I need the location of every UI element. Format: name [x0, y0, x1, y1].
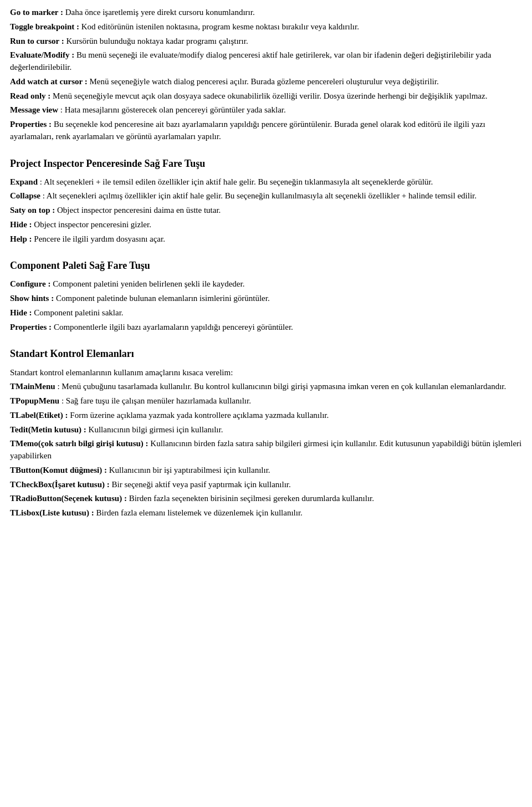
tbutton-para: TButton(Komut düğmesi) : Kullanıcının bi… [10, 464, 522, 477]
collapse-term: Collapse [10, 191, 40, 200]
add-watch-para: Add watch at cursor : Menü seçeneğiyle w… [10, 76, 522, 88]
properties-text: Bu seçenekle kod penceresine ait bazı ay… [10, 120, 485, 141]
tpopupmenu-text: : Sağ fare tuşu ile çalışan menüler hazı… [62, 396, 251, 405]
properties-term: Properties : [10, 120, 52, 129]
component-paleti-heading: Component Paleti Sağ Fare Tuşu [10, 258, 522, 273]
properties-cp-text: Componentlerle ilgili bazı ayarlamaların… [54, 323, 293, 331]
evaluate-modify-text: Bu menü seçeneği ile evaluate/modify dia… [10, 50, 491, 71]
run-to-cursor-text: Kursörün bulunduğu noktaya kadar program… [66, 37, 248, 45]
show-hints-text: Component paletinde bulunan elemanların … [56, 294, 270, 303]
tbutton-text: Kullanıcının bir işi yaptırabilmesi için… [109, 466, 270, 474]
tmainmenu-para: TMainMenu : Menü çubuğunu tasarlamada ku… [10, 381, 522, 393]
expand-para: Expand : Alt seçenekleri + ile temsil ed… [10, 176, 522, 188]
properties-para: Properties : Bu seçenekle kod penceresin… [10, 119, 522, 143]
hide-pi-term: Hide : [10, 220, 32, 229]
tradiobutton-term: TRadioButton(Seçenek kutusu) : [10, 494, 127, 503]
hide-pi-text: Object inspector penceresini gizler. [34, 220, 151, 229]
run-to-cursor-para: Run to cursor : Kursörün bulunduğu nokta… [10, 35, 522, 48]
collapse-para: Collapse : Alt seçenekleri açılmış özell… [10, 190, 522, 202]
hide-cp-term: Hide : [10, 308, 32, 317]
toggle-breakpoint-term: Toggle breakpoint : [10, 22, 79, 31]
tcheckbox-term: TCheckBox(İşaret kutusu) : [10, 480, 110, 489]
hide-pi-para: Hide : Object inspector penceresini gizl… [10, 219, 522, 231]
toggle-breakpoint-para: Toggle breakpoint : Kod editörünün isten… [10, 21, 522, 33]
hide-cp-para: Hide : Component paletini saklar. [10, 307, 522, 319]
help-term: Help : [10, 234, 32, 243]
show-hints-para: Show hints : Component paletinde bulunan… [10, 293, 522, 305]
tlisbox-para: TLisbox(Liste kutusu) : Birden fazla ele… [10, 507, 522, 519]
evaluate-modify-term: Evaluate/Modify : [10, 50, 74, 59]
saty-on-top-text: Object inspector penceresini daima en üs… [57, 206, 221, 214]
help-para: Help : Pencere ile ilgili yardım dosyası… [10, 233, 522, 246]
tlabel-text: Form üzerine açıklama yazmak yada kontro… [70, 411, 329, 420]
tedit-text: Kullanıcının bilgi girmesi için kullanıl… [89, 425, 223, 434]
intro-paragraphs: Go to marker : Daha önce işaretlemiş yer… [10, 7, 522, 143]
expand-term: Expand [10, 177, 38, 186]
show-hints-term: Show hints : [10, 294, 54, 303]
tmemo-term: TMemo(çok satırlı bilgi girişi kutusu) : [10, 439, 149, 448]
properties-cp-para: Properties : Componentlerle ilgili bazı … [10, 321, 522, 334]
tpopupmenu-term: TPopupMenu [10, 396, 59, 405]
message-view-text: : Hata mesajlarını gösterecek olan pence… [60, 105, 286, 114]
evaluate-modify-para: Evaluate/Modify : Bu menü seçeneği ile e… [10, 49, 522, 74]
message-view-para: Message view : Hata mesajlarını gösterec… [10, 104, 522, 116]
tradiobutton-para: TRadioButton(Seçenek kutusu) : Birden fa… [10, 493, 522, 505]
standart-kontrol-heading: Standart Kontrol Elemanları [10, 346, 522, 361]
project-inspector-heading: Project Inspector Penceresinde Sağ Fare … [10, 156, 522, 171]
tradiobutton-text: Birden fazla seçenekten birisinin seçilm… [129, 494, 374, 503]
go-to-marker-para: Go to marker : Daha önce işaretlemiş yer… [10, 7, 522, 19]
component-paleti-section: Component Paleti Sağ Fare Tuşu Configure… [10, 258, 522, 333]
add-watch-term: Add watch at cursor : [10, 77, 88, 86]
configure-para: Configure : Component paletini yeniden b… [10, 278, 522, 290]
saty-on-top-para: Saty on top : Object inspector penceresi… [10, 205, 522, 217]
tlabel-term: TLabel(Etiket) : [10, 411, 68, 420]
project-inspector-section: Project Inspector Penceresinde Sağ Fare … [10, 156, 522, 246]
tlisbox-term: TLisbox(Liste kutusu) : [10, 508, 94, 517]
tlabel-para: TLabel(Etiket) : Form üzerine açıklama y… [10, 410, 522, 422]
tmainmenu-text: : Menü çubuğunu tasarlamada kullanılır. … [57, 382, 506, 391]
saty-on-top-term: Saty on top : [10, 206, 55, 214]
tmainmenu-term: TMainMenu [10, 382, 55, 391]
main-content: Go to marker : Daha önce işaretlemiş yer… [10, 7, 522, 519]
tlisbox-text: Birden fazla elemanı listelemek ve düzen… [96, 508, 302, 517]
tedit-para: Tedit(Metin kutusu) : Kullanıcının bilgi… [10, 424, 522, 436]
go-to-marker-term: Go to marker : [10, 8, 63, 17]
read-only-term: Read only : [10, 91, 50, 100]
tcheckbox-para: TCheckBox(İşaret kutusu) : Bir seçeneği … [10, 479, 522, 491]
add-watch-text: Menü seçeneğiyle watch dialog penceresi … [89, 77, 438, 86]
help-text: Pencere ile ilgili yardım dosyasını açar… [34, 234, 165, 243]
standart-kontrol-section: Standart Kontrol Elemanları Standart kon… [10, 346, 522, 519]
configure-text: Component paletini yeniden belirlenen şe… [53, 279, 244, 288]
tedit-term: Tedit(Metin kutusu) : [10, 425, 86, 434]
configure-term: Configure : [10, 279, 50, 288]
read-only-para: Read only : Menü seçeneğiyle mevcut açık… [10, 90, 522, 103]
message-view-term: Message view [10, 105, 58, 114]
toggle-breakpoint-text: Kod editörünün istenilen noktasına, prog… [81, 22, 359, 31]
properties-cp-term: Properties : [10, 323, 52, 331]
tpopupmenu-para: TPopupMenu : Sağ fare tuşu ile çalışan m… [10, 395, 522, 407]
tbutton-term: TButton(Komut düğmesi) : [10, 466, 107, 474]
standart-intro-text: Standart kontrol elemanlarının kullanım … [10, 368, 233, 377]
expand-text: : Alt seçenekleri + ile temsil edilen öz… [40, 177, 433, 186]
read-only-text: Menü seçeneğiyle mevcut açık olan dosyay… [53, 91, 487, 100]
collapse-text: : Alt seçenekleri açılmış özellikler içi… [43, 191, 477, 200]
tcheckbox-text: Bir seçeneği aktif veya pasif yaptırmak … [112, 480, 291, 489]
hide-cp-text: Component paletini saklar. [34, 308, 123, 317]
run-to-cursor-term: Run to cursor : [10, 37, 64, 45]
standart-intro: Standart kontrol elemanlarının kullanım … [10, 367, 522, 379]
tmemo-para: TMemo(çok satırlı bilgi girişi kutusu) :… [10, 438, 522, 462]
go-to-marker-text: Daha önce işaretlemiş yere direkt cursor… [65, 8, 255, 17]
